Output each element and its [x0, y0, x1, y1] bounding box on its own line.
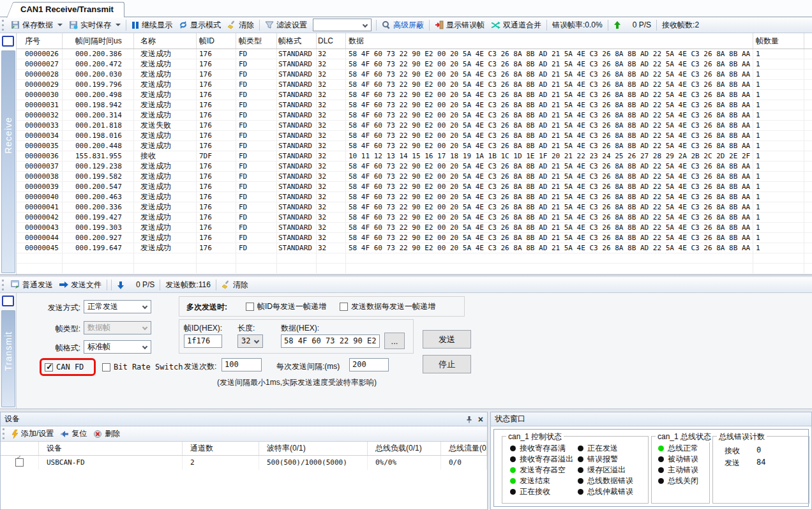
table-cell: FD	[236, 151, 277, 161]
table-row[interactable]: 00000032000.200.314发送成功176FDSTANDARD3258…	[17, 110, 812, 121]
table-cell: 00000037	[17, 161, 63, 171]
table-row[interactable]: 00000026000.200.386发送成功176FDSTANDARD3258…	[17, 49, 812, 59]
can-fd-checkbox[interactable]: CAN FD	[45, 363, 84, 371]
column-header[interactable]: 序号	[17, 33, 63, 49]
table-row[interactable]: 00000042000.199.427发送成功176FDSTANDARD3258…	[17, 213, 812, 223]
send-mode-combobox[interactable]: 正常发送	[84, 300, 151, 313]
toolbar-separator	[160, 280, 160, 290]
filter-combobox[interactable]	[313, 19, 372, 31]
column-header[interactable]: 设备	[39, 442, 183, 455]
table-cell: 58 4F 60 73 22 90 E2 00 20 5A 4E C3 26 8…	[346, 90, 753, 100]
table-row[interactable]: 00000044000.200.927发送成功176FDSTANDARD3258…	[17, 233, 812, 243]
stop-button[interactable]: 停止	[423, 355, 471, 373]
checkbox-column-header[interactable]	[1, 442, 39, 455]
status-panel-titlebar: 状态窗口	[491, 412, 811, 426]
column-header[interactable]: 帧间隔时间us	[63, 33, 134, 49]
table-row[interactable]: 00000037000.129.238发送成功176FDSTANDARD3258…	[17, 161, 812, 172]
send-file-button[interactable]: 发送文件	[56, 278, 105, 292]
send-count-input[interactable]: 100	[222, 358, 262, 371]
table-row[interactable]: 00000036155.831.955接收7DFFDSTANDARD3210 1…	[17, 151, 812, 161]
table-row[interactable]: 00000038000.199.582发送成功176FDSTANDARD3258…	[17, 172, 812, 182]
table-cell: 1	[753, 90, 804, 100]
increment-data-checkbox[interactable]: 发送数据每发送一帧递增	[340, 301, 435, 312]
column-header[interactable]: 总线负载(0/1)	[368, 442, 441, 455]
table-cell: 32	[317, 100, 346, 110]
toolbar-separator	[259, 20, 260, 31]
bit-rate-switch-checkbox[interactable]: Bit Rate Switch	[102, 363, 183, 371]
advanced-mask-button[interactable]: 高级屏蔽	[379, 19, 427, 32]
table-cell: 发送成功	[134, 223, 197, 232]
table-cell: STANDARD	[277, 233, 317, 243]
column-header[interactable]: 总线流量(0/1)	[441, 442, 487, 455]
table-row[interactable]: 00000028000.200.030发送成功176FDSTANDARD3258…	[17, 70, 812, 80]
table-cell: 00000026	[17, 49, 63, 59]
device-table-row[interactable]: USBCAN-FD2500(500)/1000(5000)0%/0%0/0	[1, 456, 487, 470]
send-button[interactable]: 发送	[423, 330, 471, 349]
tab-can1-receive-transmit[interactable]: CAN1 Receive/Transmit	[15, 2, 124, 17]
device-panel: 设备 × 添加/设置 复位 删除 设备通道数波特率(0/1)总线负载(0/1)总…	[0, 412, 488, 510]
receive-strip-label: Receive	[3, 117, 13, 154]
show-error-frames-button[interactable]: 显示错误帧	[432, 19, 488, 32]
broom-icon	[222, 280, 230, 289]
column-header[interactable]: 通道数	[183, 442, 259, 455]
column-header[interactable]: DLC	[317, 33, 346, 49]
column-header[interactable]: 帧ID	[197, 33, 236, 49]
column-header[interactable]: 帧数量	[753, 33, 804, 49]
tx-clear-button[interactable]: 清除	[218, 278, 252, 292]
table-cell: 000.199.647	[63, 243, 134, 253]
normal-send-button[interactable]: 普通发送	[8, 278, 56, 292]
realtime-save-button[interactable]: 实时保存	[66, 19, 124, 32]
frame-format-combobox[interactable]: 标准帧	[84, 340, 151, 354]
receive-restore-icon[interactable]	[2, 36, 14, 47]
toolbar-grip[interactable]	[2, 20, 5, 31]
dual-channel-merge-button[interactable]: 双通道合并	[488, 19, 545, 32]
device-enabled-checkbox[interactable]	[15, 458, 24, 467]
column-header[interactable]: 帧类型	[236, 33, 277, 49]
led-off-icon	[578, 446, 583, 451]
table-row[interactable]: 00000031000.198.942发送成功176FDSTANDARD3258…	[17, 100, 812, 110]
table-row[interactable]: 00000041000.200.336发送成功176FDSTANDARD3258…	[17, 202, 812, 213]
table-row[interactable]: 00000035000.200.448发送成功176FDSTANDARD3258…	[17, 141, 812, 151]
interval-input[interactable]: 200	[349, 358, 389, 371]
table-row[interactable]: 00000039000.200.547发送成功176FDSTANDARD3258…	[17, 182, 812, 192]
toolbar-separator	[376, 20, 377, 31]
table-cell: 7DF	[197, 151, 236, 161]
browse-data-button[interactable]: ...	[384, 333, 405, 349]
length-combobox[interactable]: 32	[237, 334, 263, 348]
data-hex-input[interactable]: 58 4F 60 73 22 90 E2 00 2	[281, 334, 380, 348]
toolbar-grip[interactable]	[3, 428, 6, 439]
column-header[interactable]: 名称	[134, 33, 197, 49]
clear-button[interactable]: 清除	[224, 19, 257, 32]
table-row[interactable]: 00000027000.200.472发送成功176FDSTANDARD3258…	[17, 59, 812, 70]
column-header[interactable]: 波特率(0/1)	[259, 442, 368, 455]
pin-icon[interactable]	[465, 416, 473, 423]
table-row[interactable]: 00000030000.200.498发送成功176FDSTANDARD3258…	[17, 90, 812, 100]
add-config-button[interactable]: 添加/设置	[8, 427, 57, 440]
table-row[interactable]: 00000034000.198.016发送成功176FDSTANDARD3258…	[17, 131, 812, 141]
table-row[interactable]: 00000045000.199.647发送成功176FDSTANDARD3258…	[17, 243, 812, 253]
receive-side-column: Receive	[0, 33, 17, 274]
toolbar-grip[interactable]	[2, 280, 5, 290]
display-mode-button[interactable]: 显示模式	[176, 19, 224, 32]
reset-button[interactable]: 复位	[57, 427, 90, 440]
increment-id-checkbox[interactable]: 帧ID每发送一帧递增	[246, 301, 326, 312]
delete-button[interactable]: 删除	[90, 427, 123, 440]
table-row[interactable]: 00000029000.199.796发送成功176FDSTANDARD3258…	[17, 80, 812, 90]
table-row[interactable]: 00000043000.199.303发送成功176FDSTANDARD3258…	[17, 223, 812, 233]
table-cell: 000.200.314	[63, 110, 134, 120]
table-row[interactable]: 00000033000.201.818发送失败176FDSTANDARD3258…	[17, 121, 812, 131]
table-cell: 00000030	[17, 90, 63, 100]
table-row[interactable]: 00000040000.200.463发送成功176FDSTANDARD3258…	[17, 192, 812, 202]
column-header[interactable]: 数据	[346, 33, 753, 49]
save-data-button[interactable]: 保存数据	[8, 19, 66, 32]
transmit-tab-strip[interactable]: Transmit	[1, 310, 15, 407]
table-cell: 1	[753, 131, 804, 140]
column-header[interactable]: 帧格式	[277, 33, 317, 49]
close-icon[interactable]: ×	[478, 416, 483, 423]
filter-settings-button[interactable]: 滤波设置	[262, 19, 310, 32]
transmit-restore-icon[interactable]	[2, 296, 14, 306]
continue-display-button[interactable]: 继续显示	[128, 19, 176, 32]
frame-id-input[interactable]: 1f176	[184, 334, 222, 348]
led-off-icon	[578, 478, 583, 484]
receive-tab-strip[interactable]: Receive	[1, 50, 15, 273]
